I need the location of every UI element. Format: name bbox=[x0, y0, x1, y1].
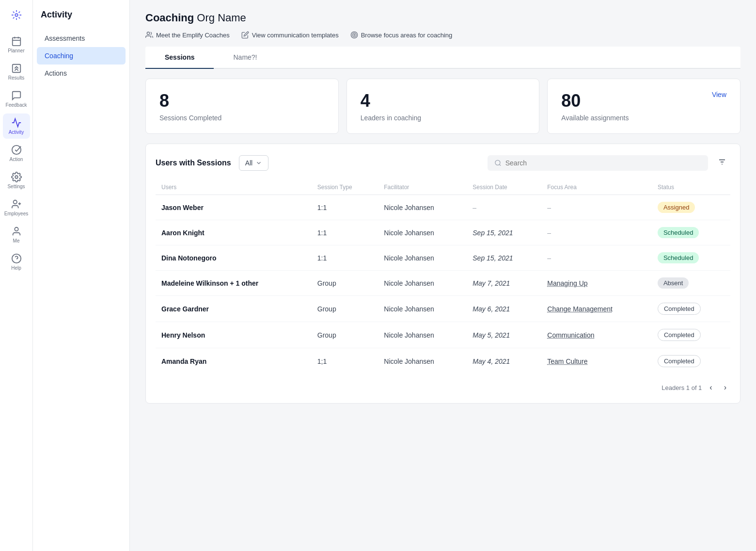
stat-sessions-completed: 8 Sessions Completed bbox=[145, 79, 339, 134]
left-nav-actions[interactable]: Actions bbox=[37, 65, 126, 82]
svg-point-8 bbox=[13, 200, 16, 204]
cell-session-date: May 7, 2021 bbox=[467, 271, 541, 296]
stat-leaders-coaching: 4 Leaders in coaching bbox=[346, 79, 540, 134]
col-session-type: Session Type bbox=[312, 180, 378, 195]
tab-name[interactable]: Name?! bbox=[214, 47, 276, 68]
cell-facilitator: Nicole Johansen bbox=[378, 296, 467, 322]
pagination-next-button[interactable]: › bbox=[720, 382, 730, 393]
table-row: Jason Weber 1:1 Nicole Johansen – – Assi… bbox=[156, 195, 730, 220]
cell-user: Madeleine Wilkinson + 1 other bbox=[156, 271, 312, 296]
sessions-completed-number: 8 bbox=[159, 91, 325, 111]
left-nav-title: Activity bbox=[33, 10, 129, 30]
stat-available-left: 80 Available assignments bbox=[561, 91, 629, 122]
sessions-completed-label: Sessions Completed bbox=[159, 114, 325, 122]
cell-status: Scheduled bbox=[652, 245, 730, 271]
cell-facilitator: Nicole Johansen bbox=[378, 348, 467, 374]
sidebar-item-results[interactable]: Results bbox=[3, 59, 30, 84]
status-badge: Completed bbox=[658, 303, 701, 315]
status-badge: Absent bbox=[658, 277, 689, 289]
search-icon bbox=[494, 159, 502, 167]
svg-point-0 bbox=[15, 14, 18, 16]
leaders-coaching-label: Leaders in coaching bbox=[361, 114, 526, 122]
cell-status: Completed bbox=[652, 348, 730, 374]
svg-point-17 bbox=[353, 34, 355, 36]
sidebar-item-settings[interactable]: Settings bbox=[3, 168, 30, 193]
logo[interactable] bbox=[3, 6, 30, 24]
available-assignments-view-link[interactable]: View bbox=[712, 91, 726, 98]
cell-session-date: Sep 15, 2021 bbox=[467, 245, 541, 271]
cell-focus-area: Team Culture bbox=[541, 348, 652, 374]
cell-session-date: May 4, 2021 bbox=[467, 348, 541, 374]
table-header-row: Users with Sessions All bbox=[156, 154, 730, 172]
sidebar-item-me-label: Me bbox=[13, 238, 20, 243]
left-nav-assessments[interactable]: Assessments bbox=[37, 30, 126, 47]
cell-session-date: – bbox=[467, 195, 541, 220]
svg-line-19 bbox=[499, 164, 501, 166]
cell-user: Aaron Knight bbox=[156, 220, 312, 245]
filter-icon-button[interactable] bbox=[714, 154, 730, 172]
cell-user: Jason Weber bbox=[156, 195, 312, 220]
icon-sidebar: Planner Results Feedback Activity Action… bbox=[0, 0, 33, 551]
col-status: Status bbox=[652, 180, 730, 195]
cell-status: Scheduled bbox=[652, 220, 730, 245]
svg-rect-1 bbox=[12, 38, 20, 46]
meet-coaches-link[interactable]: Meet the Emplify Coaches bbox=[145, 31, 230, 39]
focus-areas-link[interactable]: Browse focus areas for coaching bbox=[350, 31, 453, 39]
sidebar-item-feedback[interactable]: Feedback bbox=[3, 86, 30, 112]
cell-session-type: 1:1 bbox=[312, 220, 378, 245]
svg-point-11 bbox=[15, 227, 18, 231]
tab-sessions[interactable]: Sessions bbox=[145, 47, 214, 68]
sidebar-item-employees[interactable]: Employees bbox=[3, 195, 30, 220]
filter-icon bbox=[718, 158, 726, 166]
cell-user: Henry Nelson bbox=[156, 322, 312, 348]
cell-focus-area: Managing Up bbox=[541, 271, 652, 296]
sidebar-item-planner[interactable]: Planner bbox=[3, 32, 30, 57]
table-row: Dina Notonegoro 1:1 Nicole Johansen Sep … bbox=[156, 245, 730, 271]
comm-templates-link[interactable]: View communication templates bbox=[241, 31, 339, 39]
available-assignments-number: 80 bbox=[561, 91, 629, 111]
stat-available-wide: 80 Available assignments View bbox=[561, 91, 726, 122]
cell-status: Assigned bbox=[652, 195, 730, 220]
cell-facilitator: Nicole Johansen bbox=[378, 322, 467, 348]
cell-focus-area: – bbox=[541, 195, 652, 220]
sidebar-item-help[interactable]: Help bbox=[3, 249, 30, 275]
pagination-label: Leaders 1 of 1 bbox=[662, 384, 702, 391]
cell-focus-area: Change Management bbox=[541, 296, 652, 322]
sidebar-item-me[interactable]: Me bbox=[3, 222, 30, 247]
sidebar-item-action[interactable]: Action bbox=[3, 141, 30, 166]
cell-session-type: Group bbox=[312, 322, 378, 348]
sidebar-item-results-label: Results bbox=[8, 75, 24, 81]
cell-status: Absent bbox=[652, 271, 730, 296]
left-nav: Activity Assessments Coaching Actions bbox=[33, 0, 130, 551]
cell-session-date: May 6, 2021 bbox=[467, 296, 541, 322]
sidebar-item-planner-label: Planner bbox=[8, 48, 24, 53]
search-input[interactable] bbox=[505, 159, 701, 167]
svg-point-7 bbox=[15, 176, 18, 178]
cell-session-type: Group bbox=[312, 296, 378, 322]
cell-facilitator: Nicole Johansen bbox=[378, 220, 467, 245]
table-section-title: Users with Sessions bbox=[156, 159, 231, 167]
svg-point-14 bbox=[147, 32, 149, 34]
cell-session-date: Sep 15, 2021 bbox=[467, 220, 541, 245]
stat-available-assignments: 80 Available assignments View bbox=[547, 79, 740, 134]
col-focus-area: Focus Area bbox=[541, 180, 652, 195]
table-section: Users with Sessions All bbox=[145, 144, 740, 404]
filter-select[interactable]: All bbox=[239, 155, 269, 171]
cell-status: Completed bbox=[652, 322, 730, 348]
pagination-prev-button[interactable]: ‹ bbox=[706, 382, 716, 393]
cell-session-type: 1:1 bbox=[312, 195, 378, 220]
svg-point-18 bbox=[495, 160, 500, 165]
top-links: Meet the Emplify Coaches View communicat… bbox=[145, 31, 740, 39]
focus-icon bbox=[350, 31, 358, 39]
page-header: Coaching Org Name Meet the Emplify Coach… bbox=[145, 12, 740, 39]
cell-focus-area: – bbox=[541, 220, 652, 245]
table-row: Aaron Knight 1:1 Nicole Johansen Sep 15,… bbox=[156, 220, 730, 245]
stats-row: 8 Sessions Completed 4 Leaders in coachi… bbox=[145, 79, 740, 134]
tabs-bar: Sessions Name?! bbox=[145, 47, 740, 69]
table-row: Madeleine Wilkinson + 1 other Group Nico… bbox=[156, 271, 730, 296]
pagination-row: Leaders 1 of 1 ‹ › bbox=[156, 382, 730, 393]
sidebar-item-activity[interactable]: Activity bbox=[3, 113, 30, 139]
svg-point-16 bbox=[352, 33, 356, 37]
cell-session-type: 1;1 bbox=[312, 348, 378, 374]
left-nav-coaching[interactable]: Coaching bbox=[37, 47, 126, 65]
